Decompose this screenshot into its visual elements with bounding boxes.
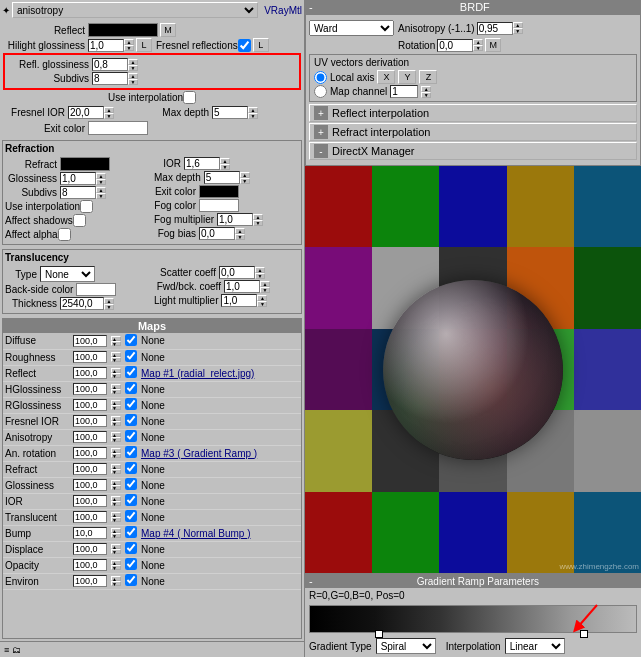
fog-color-box[interactable] (199, 199, 239, 212)
map-check-6[interactable] (123, 429, 139, 445)
x-btn[interactable]: X (377, 70, 395, 84)
map-check-10[interactable] (123, 493, 139, 509)
ior-spinner[interactable]: ▲▼ (220, 158, 230, 170)
thickness-input[interactable] (60, 297, 104, 310)
rotation-input[interactable] (437, 39, 473, 52)
scatter-input[interactable] (219, 266, 255, 279)
ref-subdivs-spinner[interactable]: ▲▼ (96, 187, 106, 199)
interpolation-select[interactable]: Linear (505, 638, 565, 654)
map-check-8[interactable] (123, 461, 139, 477)
map-channel-spinner[interactable]: ▲▼ (421, 86, 431, 98)
gradient-type-select[interactable]: Spiral (376, 638, 436, 654)
backside-color[interactable] (76, 283, 116, 296)
map-spin-9[interactable]: ▲▼ (109, 477, 123, 493)
map-value-input-15[interactable] (73, 575, 107, 587)
ior-input[interactable] (184, 157, 220, 170)
map-check-4[interactable] (123, 397, 139, 413)
fog-bias-spinner[interactable]: ▲▼ (235, 228, 245, 240)
ward-select[interactable]: Ward (309, 20, 394, 36)
map-check-15[interactable] (123, 573, 139, 589)
map-check-11[interactable] (123, 509, 139, 525)
map-value-input-10[interactable] (73, 495, 107, 507)
hilight-spinner[interactable]: ▲▼ (124, 39, 134, 51)
map-check-13[interactable] (123, 541, 139, 557)
map-value-input-1[interactable] (73, 351, 107, 363)
map-spin-12[interactable]: ▲▼ (109, 525, 123, 541)
use-interp2-checkbox[interactable] (80, 200, 93, 213)
directx-expand-icon[interactable]: - (314, 144, 328, 158)
light-mult-input[interactable] (221, 294, 257, 307)
map-spin-3[interactable]: ▲▼ (109, 381, 123, 397)
gradient-stop-left[interactable] (375, 630, 383, 638)
refract-interp-row[interactable]: + Refract interpolation (309, 123, 637, 141)
directx-row[interactable]: - DirectX Manager (309, 142, 637, 160)
fwdbck-spinner[interactable]: ▲▼ (260, 281, 270, 293)
fresnel-l-btn[interactable]: L (253, 38, 269, 52)
map-spin-13[interactable]: ▲▼ (109, 541, 123, 557)
refl-gloss-spinner[interactable]: ▲▼ (128, 59, 138, 71)
map-link-2[interactable]: Map #1 (radial_relect.jpg) (139, 365, 301, 381)
max-depth-input[interactable] (212, 106, 248, 119)
map-spin-1[interactable]: ▲▼ (109, 349, 123, 365)
anisotropy-spinner[interactable]: ▲▼ (513, 22, 523, 34)
max-depth2-input[interactable] (204, 171, 240, 184)
fresnel-ior-spinner[interactable]: ▲▼ (104, 107, 114, 119)
reflect-interp-row[interactable]: + Reflect interpolation (309, 104, 637, 122)
map-check-7[interactable] (123, 445, 139, 461)
map-spin-10[interactable]: ▲▼ (109, 493, 123, 509)
map-value-input-4[interactable] (73, 399, 107, 411)
map-channel-input[interactable] (390, 85, 418, 98)
fresnel-ior-input[interactable] (68, 106, 104, 119)
map-value-input-6[interactable] (73, 431, 107, 443)
map-value-input-0[interactable] (73, 335, 107, 347)
map-channel-radio[interactable] (314, 85, 327, 98)
map-spin-2[interactable]: ▲▼ (109, 365, 123, 381)
exit-color-box[interactable] (88, 121, 148, 135)
map-value-input-11[interactable] (73, 511, 107, 523)
subdivs-spinner[interactable]: ▲▼ (128, 73, 138, 85)
reflect-color[interactable] (88, 23, 158, 37)
map-value-input-7[interactable] (73, 447, 107, 459)
affect-shadows-checkbox[interactable] (73, 214, 86, 227)
exit-color2-box[interactable] (199, 185, 239, 198)
map-value-input-9[interactable] (73, 479, 107, 491)
map-check-3[interactable] (123, 381, 139, 397)
map-value-input-8[interactable] (73, 463, 107, 475)
reflect-m-button[interactable]: M (160, 23, 176, 37)
map-spin-14[interactable]: ▲▼ (109, 557, 123, 573)
map-value-input-5[interactable] (73, 415, 107, 427)
ref-subdivs-input[interactable] (60, 186, 96, 199)
map-spin-0[interactable]: ▲▼ (109, 333, 123, 349)
map-spin-15[interactable]: ▲▼ (109, 573, 123, 589)
max-depth-spinner[interactable]: ▲▼ (248, 107, 258, 119)
fog-mult-spinner[interactable]: ▲▼ (253, 214, 263, 226)
map-check-1[interactable] (123, 349, 139, 365)
hilight-l-btn[interactable]: L (136, 38, 152, 52)
map-spin-5[interactable]: ▲▼ (109, 413, 123, 429)
local-axis-radio[interactable] (314, 71, 327, 84)
map-check-2[interactable] (123, 365, 139, 381)
map-spin-6[interactable]: ▲▼ (109, 429, 123, 445)
light-mult-spinner[interactable]: ▲▼ (257, 295, 267, 307)
map-check-12[interactable] (123, 525, 139, 541)
map-check-9[interactable] (123, 477, 139, 493)
gloss-input[interactable] (60, 172, 96, 185)
affect-alpha-checkbox[interactable] (58, 228, 71, 241)
gradient-ramp-minus[interactable]: - (309, 575, 313, 587)
map-spin-11[interactable]: ▲▼ (109, 509, 123, 525)
scatter-spinner[interactable]: ▲▼ (255, 267, 265, 279)
map-check-0[interactable] (123, 333, 139, 349)
rotation-spinner[interactable]: ▲▼ (473, 39, 483, 51)
subdivs-input[interactable] (92, 72, 128, 85)
y-btn[interactable]: Y (398, 70, 416, 84)
map-value-input-3[interactable] (73, 383, 107, 395)
map-check-14[interactable] (123, 557, 139, 573)
map-spin-8[interactable]: ▲▼ (109, 461, 123, 477)
map-value-input-13[interactable] (73, 543, 107, 555)
map-check-5[interactable] (123, 413, 139, 429)
type-select[interactable]: None (40, 266, 95, 282)
anisotropy-value-input[interactable] (477, 22, 513, 35)
rotation-m-btn[interactable]: M (485, 38, 501, 52)
refl-gloss-input[interactable] (92, 58, 128, 71)
map-link-7[interactable]: Map #3 ( Gradient Ramp ) (139, 445, 301, 461)
